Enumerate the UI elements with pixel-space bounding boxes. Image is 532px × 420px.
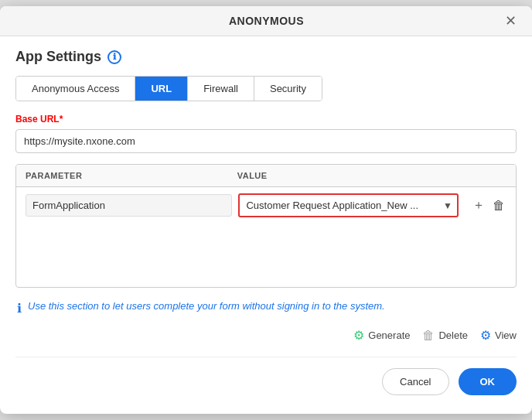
params-table-header: PARAMETER VALUE (16, 165, 516, 187)
col-parameter-header: PARAMETER (26, 171, 237, 180)
delete-param-button[interactable]: 🗑 (491, 197, 506, 214)
view-label: View (495, 330, 517, 341)
tab-anonymous-access[interactable]: Anonymous Access (16, 77, 135, 101)
col-value-header: VALUE (237, 171, 506, 180)
tab-security[interactable]: Security (254, 77, 322, 101)
cancel-button[interactable]: Cancel (382, 368, 448, 395)
dialog-body: App Settings ℹ Anonymous Access URL Fire… (0, 36, 532, 414)
tab-firewall[interactable]: Firewall (188, 77, 254, 101)
view-button[interactable]: ⚙ View (480, 328, 517, 343)
info-section: ℹ Use this section to let users complete… (15, 300, 517, 316)
add-param-button[interactable]: ＋ (471, 196, 486, 215)
params-table-content: Customer Request Application_New ... Opt… (16, 187, 516, 265)
tab-bar: Anonymous Access URL Firewall Security (15, 76, 322, 101)
tab-url[interactable]: URL (135, 77, 188, 101)
info-icon-header[interactable]: ℹ (107, 50, 121, 64)
params-table: PARAMETER VALUE Customer Request Applica… (15, 164, 517, 288)
generate-button[interactable]: ⚙ Generate (353, 328, 410, 343)
param-value-wrapper: Customer Request Application_New ... Opt… (238, 193, 459, 217)
ok-button[interactable]: OK (459, 368, 517, 395)
view-icon: ⚙ (480, 328, 491, 343)
delete-icon: 🗑 (422, 329, 435, 343)
generate-icon: ⚙ (353, 328, 364, 343)
delete-button[interactable]: 🗑 Delete (422, 329, 468, 343)
base-url-input[interactable] (15, 129, 517, 153)
table-row: Customer Request Application_New ... Opt… (16, 187, 516, 224)
dialog-header: ANONYMOUS ✕ (0, 6, 532, 36)
info-icon-section: ℹ (17, 301, 22, 316)
app-settings-header: App Settings ℹ (15, 49, 517, 65)
info-section-text: Use this section to let users complete y… (28, 300, 385, 312)
required-marker: * (60, 114, 63, 125)
generate-label: Generate (368, 330, 410, 341)
app-settings-title: App Settings (15, 49, 101, 65)
param-value-select[interactable]: Customer Request Application_New ... Opt… (238, 193, 459, 217)
footer-buttons: Cancel OK (15, 357, 517, 401)
base-url-label: Base URL* (15, 114, 517, 125)
param-name-input[interactable] (26, 194, 232, 217)
dialog-title: ANONYMOUS (31, 15, 502, 27)
main-dialog: ANONYMOUS ✕ App Settings ℹ Anonymous Acc… (0, 6, 532, 414)
action-bar: ⚙ Generate 🗑 Delete ⚙ View (15, 328, 517, 343)
close-button[interactable]: ✕ (502, 14, 520, 28)
delete-label: Delete (438, 330, 468, 341)
param-actions: ＋ 🗑 (471, 196, 506, 215)
